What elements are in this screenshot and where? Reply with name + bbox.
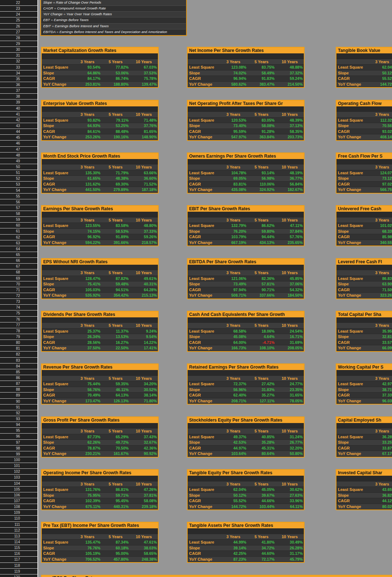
growth-value-cell[interactable]: 35.95% — [368, 329, 392, 334]
metric-label-cell[interactable]: Least Square — [42, 118, 73, 123]
row-number-cell[interactable]: 101 — [0, 463, 37, 469]
growth-value-cell[interactable]: 50.12% — [368, 70, 392, 76]
table-row[interactable] — [42, 212, 158, 218]
corner-cell[interactable] — [188, 59, 219, 65]
period-header-cell[interactable]: 5 Years — [102, 59, 130, 65]
row-number-cell[interactable]: 93 — [0, 416, 37, 422]
growth-value-cell[interactable]: 38.03% — [130, 545, 158, 551]
growth-value-cell[interactable]: 86.62% — [248, 223, 276, 228]
growth-value-cell[interactable]: 35.27% — [248, 393, 276, 398]
metric-label-cell[interactable]: Slope — [42, 281, 73, 287]
metric-label-cell[interactable]: YoY Change — [188, 82, 219, 87]
corner-cell[interactable] — [188, 270, 219, 276]
corner-cell[interactable] — [336, 218, 368, 223]
growth-value-cell[interactable]: 72.17% — [248, 557, 276, 562]
growth-value-cell[interactable]: 26.34% — [73, 334, 102, 340]
growth-value-cell[interactable]: 43.65% — [368, 487, 392, 492]
period-header-cell[interactable]: 3 Years — [368, 164, 392, 170]
growth-value-cell[interactable]: 24.54% — [275, 329, 304, 334]
growth-value-cell[interactable]: 47.61% — [130, 540, 158, 545]
metric-label-cell[interactable]: Least Square — [188, 434, 219, 440]
metric-label-cell[interactable]: YoY Change — [42, 398, 73, 404]
row-number-cell[interactable]: 107 — [0, 498, 37, 504]
corner-cell[interactable] — [188, 218, 219, 223]
corner-cell[interactable] — [42, 376, 73, 381]
growth-value-cell[interactable]: 33.25% — [368, 440, 392, 445]
metric-label-cell[interactable]: Least Square — [336, 487, 368, 492]
metric-label-cell[interactable]: Least Square — [42, 170, 73, 176]
table-title[interactable]: Earnings Per Share Growth Rates — [42, 206, 158, 212]
growth-value-cell[interactable]: 37.76% — [130, 123, 158, 129]
corner-cell[interactable] — [42, 59, 73, 65]
metric-label-cell[interactable]: Least Square — [336, 329, 368, 334]
row-number-cell[interactable]: 39 — [0, 99, 37, 105]
growth-value-cell[interactable]: 24.77% — [275, 381, 304, 387]
period-header-cell[interactable]: 3 Years — [219, 534, 248, 540]
growth-value-cell[interactable]: 74.15% — [73, 229, 102, 234]
row-number-cell[interactable]: 25 — [0, 17, 37, 23]
metric-label-cell[interactable]: Slope — [42, 123, 73, 129]
growth-value-cell[interactable]: 253.81% — [73, 82, 102, 87]
metric-label-cell[interactable]: CAGR — [42, 393, 73, 398]
growth-value-cell[interactable]: 457.80% — [102, 557, 130, 562]
growth-value-cell[interactable]: 40.85% — [248, 434, 276, 440]
table-title[interactable]: Dividends Per Share Growth Rates — [42, 312, 158, 317]
growth-value-cell[interactable]: 95.45% — [102, 498, 130, 504]
growth-value-cell[interactable]: 73.40% — [219, 123, 248, 129]
growth-value-cell[interactable]: 101.02% — [368, 223, 392, 228]
growth-value-cell[interactable]: 95.00% — [102, 551, 130, 556]
period-header-cell[interactable]: 5 Years — [248, 534, 276, 540]
metric-label-cell[interactable]: Least Square — [188, 540, 219, 545]
growth-value-cell[interactable]: 73.12% — [368, 176, 392, 181]
metric-label-cell[interactable]: CAGR — [188, 551, 219, 556]
row-number-cell[interactable]: 80 — [0, 340, 37, 346]
row-number-cell[interactable]: 55 — [0, 194, 37, 199]
growth-value-cell[interactable]: 39.14% — [219, 545, 248, 551]
period-header-cell[interactable]: 5 Years — [102, 376, 130, 381]
growth-value-cell[interactable]: 87.73% — [73, 434, 102, 440]
corner-cell[interactable] — [188, 428, 219, 434]
row-number-cell[interactable]: 44 — [0, 129, 37, 135]
growth-value-cell[interactable]: 87.82% — [102, 276, 130, 281]
growth-value-cell[interactable]: 547.97% — [219, 134, 248, 140]
row-number-cell[interactable]: 108 — [0, 504, 37, 510]
growth-value-cell[interactable]: 69.05% — [219, 176, 248, 181]
metric-label-cell[interactable]: CAGR — [336, 182, 368, 187]
metric-label-cell[interactable]: Slope — [336, 334, 368, 340]
growth-value-cell[interactable]: 66.09% — [368, 345, 392, 351]
metric-label-cell[interactable]: YoY Change — [42, 240, 73, 245]
row-number-cell[interactable]: 58 — [0, 211, 37, 217]
growth-value-cell[interactable]: 37.13% — [275, 123, 304, 129]
growth-value-cell[interactable]: 594.22% — [73, 240, 102, 245]
growth-value-cell[interactable]: 70.56% — [368, 123, 392, 129]
metric-label-cell[interactable]: Slope — [188, 176, 219, 181]
period-header-cell[interactable]: 5 Years — [248, 270, 276, 276]
growth-value-cell[interactable]: 126.13% — [102, 398, 130, 404]
period-header-cell[interactable]: 10 Years — [130, 112, 158, 117]
metric-label-cell[interactable]: CAGR — [188, 498, 219, 504]
row-number-cell[interactable]: 85 — [0, 369, 37, 375]
metric-label-cell[interactable]: Least Square — [336, 223, 368, 228]
metric-label-cell[interactable]: Slope — [42, 545, 73, 551]
table-row[interactable] — [42, 159, 158, 165]
growth-value-cell[interactable]: 32.20% — [275, 446, 304, 451]
growth-value-cell[interactable]: 71.79% — [102, 170, 130, 176]
growth-value-cell[interactable]: 42.36% — [130, 446, 158, 451]
growth-value-cell[interactable]: 123.55% — [73, 223, 102, 228]
growth-value-cell[interactable]: 32.81% — [368, 334, 392, 340]
table-row[interactable] — [188, 159, 304, 165]
table-row[interactable] — [336, 106, 392, 112]
metric-label-cell[interactable]: Slope — [42, 440, 73, 445]
growth-value-cell[interactable]: 69.30% — [102, 182, 130, 187]
growth-value-cell[interactable]: 59.26% — [130, 234, 158, 240]
growth-value-cell[interactable]: 230.21% — [73, 451, 102, 456]
period-header-cell[interactable]: 5 Years — [102, 428, 130, 434]
growth-value-cell[interactable]: 566.75% — [368, 187, 392, 192]
growth-value-cell[interactable]: 71.50% — [368, 287, 392, 293]
growth-value-cell[interactable]: 535.92% — [73, 293, 102, 298]
growth-value-cell[interactable]: 91.28% — [248, 129, 276, 134]
corner-cell[interactable] — [336, 481, 368, 487]
table-title[interactable]: Pre Tax (EBT) Income Per Share Growth Ra… — [42, 523, 158, 528]
growth-value-cell[interactable]: 248.38% — [130, 557, 158, 562]
growth-value-cell[interactable]: 434.13% — [248, 240, 276, 245]
